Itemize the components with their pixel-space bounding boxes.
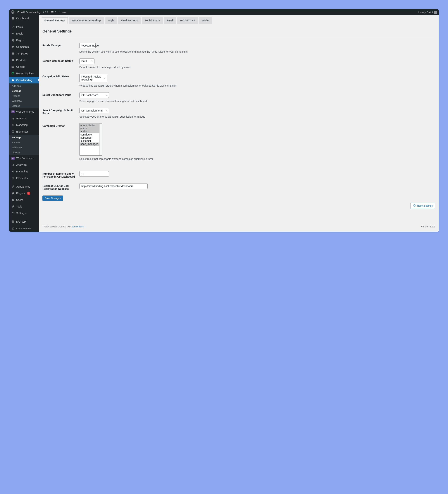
multiselect-option[interactable]: editor: [80, 127, 102, 130]
menu-appearance[interactable]: Appearance: [9, 183, 39, 190]
menu-templates[interactable]: Templates: [9, 50, 39, 57]
multiselect-option[interactable]: customer: [80, 139, 102, 143]
comments-link[interactable]: 0: [51, 11, 56, 14]
products-icon: [11, 58, 15, 62]
multiselect-option[interactable]: subscriber: [80, 136, 102, 139]
multiselect-option[interactable]: administrator: [80, 124, 102, 127]
wp-admin-frame: WP Crowdfunding 1 0 + New Howdy, Sai: [9, 9, 439, 232]
new-link[interactable]: + New: [59, 11, 66, 14]
select-dashboard-page[interactable]: CF Dashboard: [79, 92, 109, 98]
multiselect-campaign-creator[interactable]: administratoreditorauthorcontributorsubs…: [79, 123, 102, 156]
menu-comments[interactable]: Comments: [9, 44, 39, 50]
desc-default-status: Default status of a campaign added by a …: [79, 66, 435, 69]
multiselect-option[interactable]: contributor: [80, 133, 102, 136]
label-dashboard-page: Select Dashboard Page: [42, 92, 79, 96]
tab-general[interactable]: General Settings: [42, 17, 68, 24]
select-default-status[interactable]: Draft: [79, 58, 95, 64]
input-items-per-page[interactable]: [79, 171, 109, 177]
comments-icon: [11, 45, 15, 49]
tab-style[interactable]: Style: [105, 17, 117, 24]
updates-link[interactable]: 1: [43, 11, 48, 14]
submenu-license[interactable]: License: [9, 103, 39, 108]
menu-tools[interactable]: Tools: [9, 203, 39, 210]
tab-field[interactable]: Field Settings: [118, 17, 141, 24]
menu-media[interactable]: Media: [9, 30, 39, 37]
tab-wallet[interactable]: Wallet: [199, 17, 212, 24]
label-items-per-page: Number of Items to Show Per Page in CF D…: [42, 171, 79, 178]
menu-settings[interactable]: Settings: [9, 210, 39, 217]
megaphone-icon: [11, 123, 15, 127]
submenu-reports[interactable]: Reports: [9, 93, 39, 99]
menu-marketing-2[interactable]: Marketing: [9, 168, 39, 175]
menu-woocommerce[interactable]: W WooCommerce: [9, 108, 39, 115]
admin-bar: WP Crowdfunding 1 0 + New Howdy, Sai: [9, 9, 439, 15]
label-redirect-url: Redirect URL for User Registration Succe…: [42, 183, 79, 190]
mc4wp-icon: [11, 220, 15, 223]
pin-icon: [11, 25, 15, 29]
brush-icon: [11, 185, 15, 188]
select-funds-manager[interactable]: Woocommerce: [79, 43, 96, 48]
menu-mc4wp[interactable]: MC4WP: [9, 218, 39, 225]
crowdfunding-icon: [11, 78, 15, 82]
reset-button[interactable]: Reset Settings: [411, 203, 435, 209]
menu-elementor-2[interactable]: Elementor: [9, 175, 39, 182]
select-edit-status[interactable]: Required Review (Pending): [79, 74, 107, 82]
label-default-status: Default Campaign Status: [42, 58, 79, 62]
menu-marketing[interactable]: Marketing: [9, 122, 39, 128]
site-home-link[interactable]: WP Crowdfunding: [17, 11, 40, 14]
label-funds-manager: Funds Manager: [42, 43, 79, 47]
submenu-reports-2[interactable]: Reports: [9, 140, 39, 145]
menu-posts[interactable]: Posts: [9, 24, 39, 30]
submenu-withdraw-2[interactable]: Withdraw: [9, 145, 39, 150]
updates-count: 1: [47, 11, 48, 14]
svg-point-4: [12, 199, 13, 200]
multiselect-option[interactable]: author: [80, 130, 102, 133]
dashboard-icon: [11, 17, 15, 20]
wordpress-link[interactable]: WordPress: [72, 225, 84, 228]
save-button[interactable]: Save Changes: [42, 196, 63, 201]
submenu-addons[interactable]: Add-ons: [9, 84, 39, 88]
multiselect-option[interactable]: shop_manager: [80, 143, 102, 146]
submenu-settings[interactable]: Settings: [9, 88, 39, 93]
menu-analytics[interactable]: Analytics: [9, 115, 39, 122]
menu-plugins[interactable]: Plugins 1: [9, 190, 39, 197]
label-campaign-creator: Campaign Creator: [42, 123, 79, 127]
scrollbar[interactable]: [99, 124, 102, 155]
tab-recaptcha[interactable]: reCAPTCHA: [177, 17, 198, 24]
collapse-menu[interactable]: Collapse menu: [9, 225, 39, 232]
select-submit-form[interactable]: CF campaign form: [79, 108, 109, 113]
tab-woocommerce[interactable]: WooCommerce Settings: [69, 17, 104, 24]
media-icon: [11, 32, 15, 36]
content-area: General Settings WooCommerce Settings St…: [39, 15, 439, 232]
desc-dashboard-page: Select a page for access crowdfunding fr…: [79, 100, 435, 103]
menu-pages[interactable]: Pages: [9, 37, 39, 44]
tab-social[interactable]: Social Share: [142, 17, 163, 24]
menu-analytics-2[interactable]: Analytics: [9, 161, 39, 168]
user-greeting[interactable]: Howdy, Saiful: [418, 11, 437, 14]
menu-products[interactable]: Products: [9, 57, 39, 63]
submenu-settings-2[interactable]: Settings: [9, 135, 39, 140]
submenu-withdraw[interactable]: Withdraw: [9, 99, 39, 103]
menu-contact[interactable]: Contact: [9, 63, 39, 70]
sliders-icon: [11, 211, 15, 215]
menu-crowdfunding[interactable]: Crowdfunding: [9, 77, 39, 84]
svg-point-5: [12, 221, 14, 223]
menu-woocommerce-2[interactable]: W WooCommerce: [9, 155, 39, 161]
menu-elementor[interactable]: Elementor: [9, 128, 39, 135]
analytics-icon-2: [11, 163, 15, 167]
footer: Thank you for creating with WordPress. V…: [42, 220, 435, 228]
elementor-icon-2: [11, 176, 15, 180]
menu-dashboard[interactable]: Dashboard: [9, 15, 39, 22]
user-icon: [11, 198, 15, 202]
menu-users[interactable]: Users: [9, 197, 39, 203]
tab-email[interactable]: Email: [164, 17, 176, 24]
analytics-icon: [11, 116, 15, 120]
submenu-license-2[interactable]: License: [9, 150, 39, 155]
megaphone-icon-2: [11, 170, 15, 173]
plus-icon: +: [59, 11, 61, 14]
collapse-icon: [11, 226, 15, 230]
menu-backer-options[interactable]: Backer Options: [9, 70, 39, 77]
desc-campaign-creator: Select roles that can enable frontend ca…: [79, 158, 435, 161]
input-redirect-url[interactable]: [79, 183, 148, 189]
wp-logo[interactable]: [11, 10, 14, 14]
